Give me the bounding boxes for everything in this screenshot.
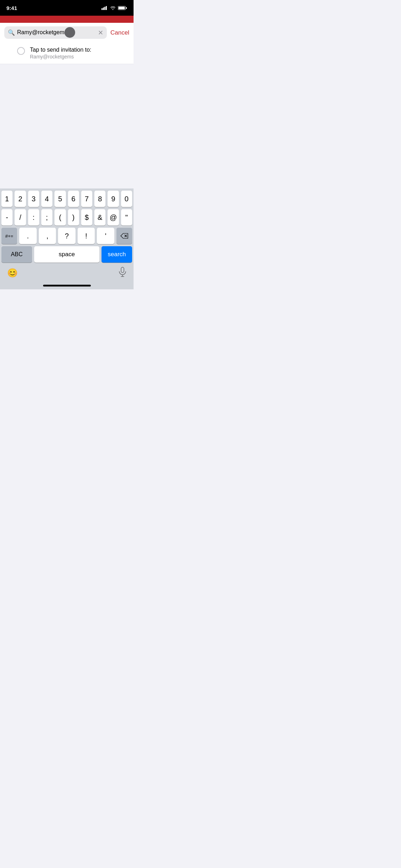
suggestion-subtitle: Ramy@rocketgems <box>30 54 92 60</box>
suggestion-text-block: Tap to send invitation to: Ramy@rocketge… <box>30 47 92 60</box>
key-rparen[interactable]: ) <box>68 209 79 226</box>
key-6[interactable]: 6 <box>68 191 79 207</box>
svg-rect-5 <box>119 7 125 9</box>
key-5[interactable]: 5 <box>54 191 66 207</box>
signal-icon <box>101 6 108 10</box>
search-icon: 🔍 <box>8 29 15 36</box>
key-amp[interactable]: & <box>94 209 105 226</box>
key-7[interactable]: 7 <box>81 191 92 207</box>
key-4[interactable]: 4 <box>41 191 52 207</box>
keyboard-row-symbols: - / : ; ( ) $ & @ " <box>0 207 134 226</box>
key-quote[interactable]: " <box>121 209 132 226</box>
suggestion-title: Tap to send invitation to: <box>30 47 92 53</box>
cursor-thumb[interactable] <box>64 27 75 38</box>
mic-key[interactable] <box>119 267 126 279</box>
cancel-button[interactable]: Cancel <box>110 29 129 36</box>
home-indicator <box>43 285 91 286</box>
key-exclaim[interactable]: ! <box>78 228 95 244</box>
keyboard-bottom-row: ABC space search <box>0 244 134 264</box>
abc-key[interactable]: ABC <box>1 246 32 263</box>
key-9[interactable]: 9 <box>108 191 119 207</box>
space-key[interactable]: space <box>34 246 99 263</box>
key-period[interactable]: . <box>19 228 37 244</box>
key-comma[interactable]: , <box>39 228 56 244</box>
emoji-key[interactable]: 😊 <box>7 268 18 278</box>
search-key[interactable]: search <box>101 246 132 263</box>
search-input[interactable]: Ramy@rocketgems <box>17 29 96 36</box>
svg-rect-6 <box>126 7 127 9</box>
keyboard-row-more: #+= . , ? ! ' <box>0 226 134 244</box>
key-colon[interactable]: : <box>28 209 39 226</box>
key-minus[interactable]: - <box>1 209 12 226</box>
key-lparen[interactable]: ( <box>54 209 66 226</box>
status-icons <box>101 6 127 10</box>
emoji-row: 😊 <box>0 264 134 285</box>
svg-rect-3 <box>106 6 107 10</box>
status-time: 9:41 <box>6 5 17 11</box>
svg-rect-9 <box>121 267 124 273</box>
svg-rect-0 <box>101 8 103 10</box>
search-input-wrapper[interactable]: 🔍 Ramy@rocketgems ✕ <box>4 26 107 39</box>
svg-rect-2 <box>104 7 105 10</box>
suggestion-radio[interactable] <box>17 47 25 55</box>
key-question[interactable]: ? <box>58 228 75 244</box>
suggestion-row[interactable]: Tap to send invitation to: Ramy@rocketge… <box>0 42 134 64</box>
key-1[interactable]: 1 <box>1 191 12 207</box>
delete-key[interactable] <box>116 228 132 244</box>
key-2[interactable]: 2 <box>15 191 26 207</box>
battery-icon <box>118 6 127 10</box>
red-header <box>0 16 134 23</box>
svg-rect-1 <box>103 7 104 10</box>
key-semicolon[interactable]: ; <box>41 209 52 226</box>
key-8[interactable]: 8 <box>94 191 105 207</box>
key-0[interactable]: 0 <box>121 191 132 207</box>
wifi-icon <box>110 6 116 10</box>
status-bar: 9:41 <box>0 0 134 16</box>
key-3[interactable]: 3 <box>28 191 39 207</box>
key-slash[interactable]: / <box>15 209 26 226</box>
mic-icon <box>119 267 126 277</box>
search-container: 🔍 Ramy@rocketgems ✕ Cancel <box>0 23 134 42</box>
delete-icon <box>120 233 128 239</box>
key-hashtag[interactable]: #+= <box>1 228 17 244</box>
keyboard: 1 2 3 4 5 6 7 8 9 0 - / : ; ( ) $ & @ " … <box>0 188 134 289</box>
keyboard-row-numbers: 1 2 3 4 5 6 7 8 9 0 <box>0 188 134 207</box>
key-dollar[interactable]: $ <box>81 209 92 226</box>
empty-area <box>0 64 134 175</box>
key-apostrophe[interactable]: ' <box>97 228 114 244</box>
key-at[interactable]: @ <box>108 209 119 226</box>
clear-button[interactable]: ✕ <box>98 30 103 36</box>
